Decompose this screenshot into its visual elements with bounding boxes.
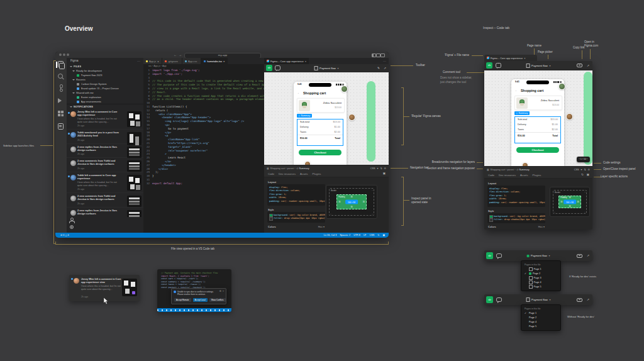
status-item[interactable]: Ln 16, Col 3 xyxy=(324,233,336,238)
open-external-icon[interactable]: ↗ xyxy=(587,298,589,301)
back-arrow-icon[interactable]: ← xyxy=(515,89,518,92)
breadcrumb[interactable]: Shopping cart › parent › xyxy=(270,167,296,170)
more-actions-icon[interactable]: ⋯ xyxy=(383,58,386,64)
file-tree-row[interactable]: Ready for development xyxy=(67,69,143,73)
product-card[interactable]: Zebra Succulent $13.00 xyxy=(514,96,562,110)
file-tree-row[interactable]: Payment flow 2023 xyxy=(67,73,143,77)
extensions-icon[interactable] xyxy=(58,111,60,113)
page-option[interactable]: Page 1 xyxy=(521,267,560,272)
figma-panel-icon[interactable] xyxy=(58,123,64,130)
summary-box[interactable]: Sub-total $13.00 Delivery $1.00 Taxes xyxy=(514,116,561,143)
layer-breadcrumb-bar[interactable]: ▦ Shopping cart › parent › ◇ Summary CSS… xyxy=(484,166,592,172)
editor-tab[interactable]: App.css xyxy=(182,58,201,64)
history-back-icon[interactable]: ← xyxy=(174,52,177,57)
phone-frame[interactable]: 9:41 ← Shopping cart Zebra Succulent $13… xyxy=(294,82,347,165)
show-conflicts-button[interactable]: Show Conflicts xyxy=(209,298,226,303)
tab-badge[interactable]: ● xyxy=(157,60,158,63)
file-tree-row[interactable]: Easter exploration xyxy=(67,95,143,99)
inspect-tab[interactable]: Plugins xyxy=(313,171,321,177)
layout-css-block[interactable]: display: flex; flex-direction: column; f… xyxy=(487,186,545,207)
page-option[interactable]: Page 3 xyxy=(521,276,560,280)
status-item[interactable]: CSS xyxy=(369,233,374,238)
notification-item[interactable]: Yuhki mentioned you in a post from 2023 … xyxy=(67,130,143,144)
editor-tab[interactable]: hometabs.tsx × xyxy=(201,58,228,64)
breadcrumb[interactable]: Shopping cart › parent › xyxy=(491,169,516,171)
file-tree-row[interactable]: FILES xyxy=(67,64,143,69)
close-icon[interactable]: × xyxy=(305,60,306,63)
history-forward-icon[interactable]: → xyxy=(179,52,182,57)
comment-icon[interactable] xyxy=(496,253,502,258)
style-css-block[interactable]: background: var(--bg-color-brand, #00995… xyxy=(487,213,545,223)
swap-icon[interactable]: ⇅ xyxy=(584,168,586,171)
layer-breadcrumb-bar[interactable]: ▦ Shopping cart › parent › ◇ Summary CSS… xyxy=(264,165,389,171)
accept-remote-button[interactable]: Accept Remote xyxy=(174,298,191,303)
swap-icon[interactable]: ⇅ xyxy=(380,167,382,170)
page-picker[interactable]: Payment flow ▾ xyxy=(526,297,551,302)
inspect-tab[interactable]: Assets xyxy=(300,171,308,177)
toggle-panel-icon[interactable] xyxy=(376,53,380,58)
more-actions-icon[interactable]: ⋯ xyxy=(137,58,140,64)
page-option[interactable]: ✓ Page 1 xyxy=(521,311,560,316)
page-picker[interactable]: Payment flow ▾ xyxy=(526,64,551,68)
page-option[interactable]: Page 4 xyxy=(521,280,560,285)
editor-tab[interactable]: .gitignore xyxy=(162,58,182,64)
status-item[interactable]: LF xyxy=(364,233,366,238)
status-item[interactable]: Spaces: 2 xyxy=(340,233,350,238)
gear-icon[interactable] xyxy=(69,225,74,229)
inspect-tab[interactable]: Dev resources xyxy=(279,171,296,177)
comment-icon[interactable] xyxy=(275,65,280,70)
gear-icon[interactable]: ⚙ xyxy=(588,168,590,171)
breadcrumb-current[interactable]: ◇ Summary xyxy=(516,168,529,171)
checkout-button[interactable]: Checkout xyxy=(516,147,559,153)
accept-local-button[interactable]: Accept Local xyxy=(193,298,208,303)
copy-link-icon[interactable] xyxy=(577,298,582,302)
dev-mode-icon[interactable]: </> xyxy=(486,296,493,303)
page-option[interactable]: ✓ Page 2 xyxy=(521,272,560,276)
editor-breadcrumb[interactable]: src › App.js › App xyxy=(143,64,269,69)
gear-icon[interactable]: ⚙ xyxy=(384,167,386,170)
summary-box[interactable]: Sub-total $13.00 Delivery $1.00 xyxy=(297,119,343,146)
figma-canvas[interactable]: 9:41 ← Shopping cart Zebra Succulent $13… xyxy=(484,70,592,166)
gear-icon[interactable]: ⚙ xyxy=(219,290,221,292)
file-tree-row[interactable]: Brand update #3 – Project Denver xyxy=(67,86,143,91)
page-option[interactable]: Page 5 xyxy=(521,325,560,329)
style-css-block[interactable]: background: var(--bg-color-brand, #00995… xyxy=(267,212,325,223)
close-icon[interactable]: × xyxy=(223,290,224,292)
figma-panel-tab[interactable]: Figma – Core app experience × xyxy=(484,55,537,61)
figma-files-icon[interactable] xyxy=(58,61,64,67)
toggle-layout-icon[interactable] xyxy=(380,53,385,58)
source-control-icon[interactable] xyxy=(60,86,61,91)
hex-select[interactable]: Hex ▾ xyxy=(318,225,325,228)
inspect-tab[interactable]: Assets xyxy=(520,172,528,178)
figma-webview-tab[interactable]: Figma – Core app experience × xyxy=(264,58,309,64)
back-arrow-icon[interactable]: ← xyxy=(297,91,301,94)
status-item[interactable]: ↻ xyxy=(377,233,379,238)
open-external-icon[interactable]: ↗ xyxy=(384,67,386,70)
frame-pagination[interactable]: ‹ 1 / 10 › xyxy=(577,157,590,162)
notification-item[interactable]: 2 new comments from Yuhki and Jessica in… xyxy=(67,193,143,208)
notification-item[interactable]: Jenny Wen left a comment in Core app exp… xyxy=(67,109,143,130)
page-picker[interactable]: Payment flow ▾ xyxy=(527,254,550,257)
window-close-button[interactable] xyxy=(59,53,62,56)
notification-item[interactable]: 2 new replies from Jessica in Vars desig… xyxy=(67,208,143,217)
comment-icon[interactable] xyxy=(496,297,502,303)
open-external-icon[interactable]: ↗ xyxy=(587,254,589,257)
edit-icon[interactable]: ✎ xyxy=(377,67,380,70)
dev-mode-icon[interactable]: </> xyxy=(266,65,272,71)
breadcrumb-current[interactable]: ◇ Summary xyxy=(296,167,309,170)
page-option[interactable]: Page 5 xyxy=(521,285,560,289)
file-tree-row[interactable]: Recents xyxy=(67,77,143,82)
window-minimize-button[interactable] xyxy=(63,53,65,56)
code-pane[interactable]: 1 import logo from './logo.svg'; 2 impor… xyxy=(143,69,264,233)
node-icon[interactable]: ▣ xyxy=(383,172,386,175)
problems-indicator[interactable]: ⊘ 0 △ 0 xyxy=(60,233,69,238)
page-option[interactable]: Page 2 xyxy=(521,316,560,320)
editor-tab[interactable]: App.js ● xyxy=(143,58,162,64)
page-picker[interactable]: Payment flow ▾ xyxy=(314,66,339,70)
css-language-select[interactable]: CSS xyxy=(370,167,375,170)
refresh-icon[interactable]: ↻ xyxy=(581,173,584,176)
figma-canvas[interactable]: 9:41 ← Shopping cart Zebra Succulent $13… xyxy=(264,72,389,165)
open-external-icon[interactable]: ↗ xyxy=(587,64,589,67)
notification-item[interactable]: Yuhki left a comment in Core app experie… xyxy=(67,172,143,193)
status-item[interactable]: ▣ xyxy=(382,233,385,238)
